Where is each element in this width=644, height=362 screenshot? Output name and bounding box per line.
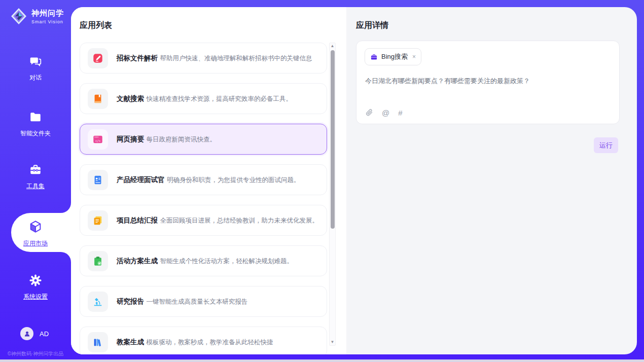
pen-square-icon bbox=[88, 48, 108, 68]
app-list-scrollbar[interactable]: ▲ ▼ bbox=[329, 43, 336, 346]
app-description: 每日政府新闻资讯快查。 bbox=[146, 136, 216, 143]
copyright-text: ©神州数码·神州问学出品 bbox=[0, 350, 71, 357]
book-icon bbox=[88, 89, 108, 109]
at-icon[interactable]: @ bbox=[382, 108, 389, 117]
app-card-bid-analysis[interactable]: 招标文件解析 帮助用户快速、准确地理解和解析招标书中的关键信息 bbox=[80, 43, 327, 74]
app-description: 智能生成个性化活动方案，轻松解决规划难题。 bbox=[160, 258, 293, 265]
folder-icon bbox=[29, 111, 42, 124]
prompt-toolbar: @ # bbox=[365, 108, 403, 117]
scroll-down-arrow-icon[interactable]: ▼ bbox=[330, 339, 335, 345]
app-detail-title: 应用详情 bbox=[356, 20, 388, 31]
user-account[interactable]: AD bbox=[20, 327, 49, 340]
app-subtitle: Smart Vision bbox=[31, 19, 64, 24]
pill-notch-top bbox=[61, 203, 71, 213]
scroll-up-arrow-icon[interactable]: ▲ bbox=[330, 43, 335, 49]
app-title: 招标文件解析 bbox=[117, 54, 158, 62]
gear-icon bbox=[29, 274, 42, 287]
logo-diamond-icon bbox=[10, 7, 27, 25]
cube-icon bbox=[28, 220, 43, 233]
app-list-panel: 应用列表 招标文件解析 帮助用户快速、准确地理解和解析招标书中的关键信息 bbox=[71, 7, 346, 354]
scrollbar-thumb[interactable] bbox=[331, 50, 335, 229]
run-button[interactable]: 运行 bbox=[594, 137, 618, 153]
app-title: 神州问学 bbox=[31, 9, 64, 18]
app-logo: 神州问学 Smart Vision bbox=[10, 7, 64, 25]
clipboard-check-icon bbox=[88, 251, 108, 271]
app-description: 模板驱动，教案秒成，教学准备从此轻松快捷 bbox=[146, 339, 273, 346]
app-card-pm-interviewer[interactable]: 产品经理面试官 明确身份和职责，为您提供专业性的面试问题。 bbox=[80, 164, 327, 195]
user-avatar-icon bbox=[20, 327, 33, 340]
app-card-literature-search[interactable]: 文献搜索 快速精准查找学术资源，提高研究效率的必备工具。 bbox=[80, 83, 327, 114]
sidebar-item-settings[interactable]: 系统设置 bbox=[0, 274, 71, 301]
tag-label: Bing搜索 bbox=[381, 52, 408, 61]
sidebar-item-chat[interactable]: 对话 bbox=[0, 55, 71, 82]
hash-icon[interactable]: # bbox=[398, 108, 402, 117]
prompt-editor-card: Bing搜索 × 今日湖北有哪些新闻要点？有哪些需要关注的最新政策？ @ # bbox=[356, 41, 620, 124]
briefcase-icon bbox=[370, 53, 378, 61]
app-title: 教案生成 bbox=[117, 338, 144, 346]
app-title: 网页摘要 bbox=[117, 135, 144, 143]
user-initials: AD bbox=[40, 330, 49, 338]
browser-code-icon: </> bbox=[88, 129, 108, 150]
resume-person-icon bbox=[88, 170, 108, 190]
sidebar-item-label: 工具集 bbox=[0, 182, 71, 191]
paperclip-icon[interactable] bbox=[365, 108, 373, 117]
bottom-strip bbox=[0, 359, 644, 362]
books-icon bbox=[88, 332, 108, 352]
app-description: 帮助用户快速、准确地理解和解析招标书中的关键信息 bbox=[160, 55, 312, 62]
app-title: 活动方案生成 bbox=[117, 257, 158, 265]
app-title: 产品经理面试官 bbox=[117, 176, 165, 184]
clipboard-doc-icon bbox=[88, 210, 108, 231]
svg-text:</>: </> bbox=[95, 138, 101, 142]
sidebar-item-toolset[interactable]: 工具集 bbox=[0, 163, 71, 191]
logo-text: 神州问学 Smart Vision bbox=[31, 9, 64, 24]
app-card-lesson-plan[interactable]: 教案生成 模板驱动，教案秒成，教学准备从此轻松快捷 bbox=[80, 327, 327, 354]
app-list-title: 应用列表 bbox=[80, 20, 112, 31]
sidebar-item-label: 系统设置 bbox=[0, 293, 71, 301]
app-window: 神州问学 Smart Vision 对话 智能文件夹 工具集 bbox=[0, 0, 644, 362]
sidebar-item-smart-folder[interactable]: 智能文件夹 bbox=[0, 111, 71, 138]
tag-close-icon[interactable]: × bbox=[412, 53, 416, 60]
sidebar-item-app-market[interactable]: 应用市场 bbox=[0, 220, 71, 248]
microscope-icon bbox=[88, 292, 108, 312]
app-title: 项目总结汇报 bbox=[117, 216, 158, 224]
sidebar-item-label: 对话 bbox=[0, 74, 71, 82]
app-list: 招标文件解析 帮助用户快速、准确地理解和解析招标书中的关键信息 文献搜索 快速精… bbox=[80, 43, 327, 354]
toolbox-icon bbox=[29, 163, 42, 176]
app-card-project-summary[interactable]: 项目总结汇报 全面回顾项目进展，总结经验教训，助力未来优化发展。 bbox=[80, 205, 327, 236]
app-card-web-summary[interactable]: </> 网页摘要 每日政府新闻资讯快查。 bbox=[80, 124, 327, 155]
app-description: 全面回顾项目进展，总结经验教训，助力未来优化发展。 bbox=[160, 217, 318, 224]
content-area: 应用列表 招标文件解析 帮助用户快速、准确地理解和解析招标书中的关键信息 bbox=[71, 7, 637, 354]
app-card-research-report[interactable]: 研究报告 一键智能生成高质量长文本研究报告 bbox=[80, 286, 327, 317]
app-card-activity-plan[interactable]: 活动方案生成 智能生成个性化活动方案，轻松解决规划难题。 bbox=[80, 245, 327, 276]
app-detail-panel: 应用详情 Bing搜索 × 今日湖北有哪些新闻要点？有哪些需要关注的最新政策？ … bbox=[346, 7, 637, 354]
prompt-text-input[interactable]: 今日湖北有哪些新闻要点？有哪些需要关注的最新政策？ bbox=[365, 77, 611, 86]
pill-notch-bottom bbox=[61, 252, 71, 262]
app-description: 明确身份和职责，为您提供专业性的面试问题。 bbox=[167, 176, 300, 184]
sidebar-item-label: 应用市场 bbox=[0, 239, 71, 248]
app-title: 文献搜索 bbox=[117, 95, 144, 102]
sidebar-item-label: 智能文件夹 bbox=[0, 129, 71, 138]
app-description: 快速精准查找学术资源，提高研究效率的必备工具。 bbox=[146, 95, 292, 102]
chat-icon bbox=[29, 55, 42, 68]
app-description: 一键智能生成高质量长文本研究报告 bbox=[146, 298, 247, 305]
app-title: 研究报告 bbox=[117, 298, 144, 305]
tool-tag-bing-search[interactable]: Bing搜索 × bbox=[365, 48, 421, 65]
sidebar: 神州问学 Smart Vision 对话 智能文件夹 工具集 bbox=[0, 0, 71, 362]
